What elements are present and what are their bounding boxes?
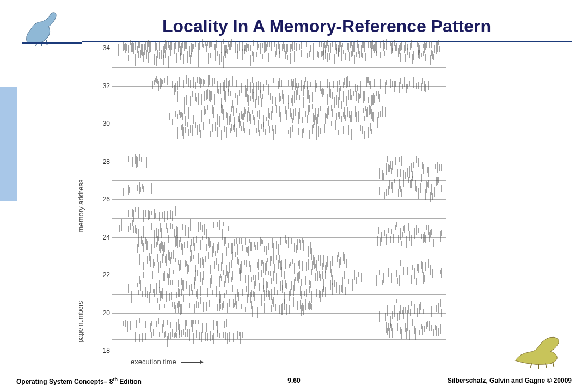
reference-tick [279,255,280,263]
reference-tick [223,280,223,286]
reference-tick [430,192,431,202]
reference-tick [186,54,186,60]
reference-tick [334,128,334,138]
reference-tick [200,78,201,88]
reference-tick [304,291,305,296]
reference-tick [383,173,384,180]
reference-tick [359,128,359,138]
reference-tick [394,191,394,200]
reference-tick [171,252,172,259]
reference-tick [440,299,441,307]
reference-tick [332,77,332,83]
reference-tick [295,287,295,298]
reference-tick [428,50,428,56]
reference-tick [200,286,201,296]
reference-tick [416,235,416,241]
reference-tick [226,127,227,138]
reference-tick [219,54,220,65]
reference-tick [187,241,188,248]
reference-tick [298,242,298,253]
reference-tick [252,77,253,83]
reference-tick [427,268,427,276]
reference-tick [169,82,169,94]
reference-tick [166,244,166,254]
reference-tick [150,181,150,192]
footer-left-pre: Operating System Concepts– 8 [16,378,113,385]
reference-tick [290,104,290,111]
reference-tick [323,50,324,60]
reference-tick [422,78,423,84]
reference-tick [198,43,199,55]
reference-tick [124,44,125,50]
reference-tick [204,260,204,267]
reference-tick [241,52,241,62]
reference-tick [265,237,265,246]
reference-tick [230,277,230,284]
reference-tick [211,41,212,47]
reference-tick [383,229,383,238]
reference-tick [401,308,401,315]
reference-tick [256,128,257,133]
reference-tick [199,87,199,92]
y-tick: 34 [97,44,110,52]
reference-tick [414,304,415,314]
reference-tick [254,254,254,265]
reference-tick [387,156,388,162]
reference-tick [310,259,310,265]
reference-tick [195,238,195,248]
reference-tick [221,130,222,140]
reference-tick [172,302,173,307]
reference-tick [422,302,422,313]
reference-tick [329,40,329,52]
reference-tick [120,227,120,235]
reference-tick [408,236,408,246]
reference-tick [367,42,367,48]
reference-tick [384,238,384,246]
reference-tick [380,111,381,117]
reference-tick [373,234,373,244]
footer-left: Operating System Concepts– 8th Edition [16,377,142,385]
reference-tick [201,49,201,59]
reference-tick [205,41,206,46]
reference-tick [299,286,299,297]
reference-tick [211,328,211,339]
reference-tick [184,107,185,114]
reference-tick [346,106,346,112]
reference-tick [390,56,390,61]
reference-tick [250,114,251,124]
reference-tick [268,300,268,310]
reference-tick [142,333,143,341]
reference-tick [438,40,439,45]
reference-tick [438,232,438,241]
reference-tick [331,105,332,111]
reference-tick [192,125,193,136]
reference-tick [405,54,406,62]
reference-tick [166,82,166,92]
reference-tick [188,92,188,103]
reference-tick [236,80,237,87]
reference-tick [281,108,281,120]
reference-tick [181,304,182,314]
reference-tick [423,51,424,56]
reference-tick [412,319,413,326]
reference-tick [190,55,191,64]
reference-tick [441,309,442,317]
reference-tick [172,280,173,285]
reference-tick [432,310,432,320]
reference-tick [149,253,150,261]
reference-tick [303,44,303,54]
reference-tick [286,240,287,244]
reference-tick [407,188,407,197]
reference-tick [312,104,313,108]
reference-tick [327,126,327,137]
reference-tick [181,278,182,285]
reference-tick [360,91,361,98]
reference-tick [148,77,148,84]
reference-tick [156,246,156,255]
reference-tick [406,179,406,190]
reference-tick [260,90,261,98]
reference-tick [292,95,293,106]
reference-tick [216,81,216,86]
reference-tick [202,225,203,232]
reference-tick [295,108,296,116]
